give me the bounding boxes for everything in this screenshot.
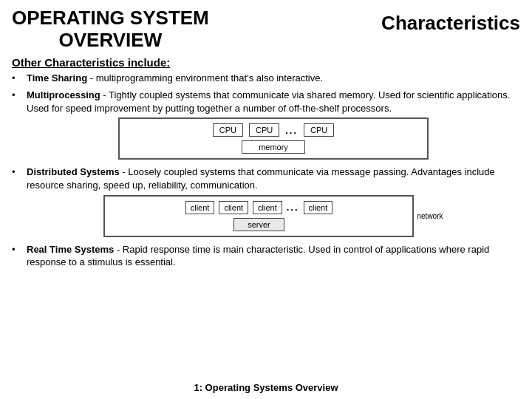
cpu-box-3: CPU	[304, 123, 334, 137]
cpu-box-2: CPU	[249, 123, 279, 137]
footer-label: 1: Operating Systems Overview	[194, 382, 338, 393]
memory-box: memory	[242, 140, 305, 154]
server-box: server	[233, 218, 284, 231]
bullet-icon: •	[12, 166, 22, 177]
list-item: • Multiprocessing - Tightly coupled syst…	[12, 89, 520, 161]
bullet-icon: •	[12, 72, 22, 83]
bullet-icon: •	[12, 89, 22, 100]
bullet-text-4: Real Time Systems - Rapid response time …	[27, 243, 520, 269]
distrib-diagram-wrapper: client client client ... client server n…	[103, 195, 443, 237]
header: OPERATING SYSTEM OVERVIEW Characteristic…	[12, 7, 520, 52]
term-3: Distributed Systems	[27, 166, 120, 177]
term-4: Real Time Systems	[27, 244, 114, 255]
cpu-row: CPU CPU ... CPU	[127, 123, 420, 137]
title-block: OPERATING SYSTEM OVERVIEW	[12, 7, 209, 52]
bullet-text-2: Multiprocessing - Tightly coupled system…	[27, 89, 510, 114]
bullet-text-1: Time Sharing - multiprogramming environm…	[27, 72, 520, 85]
list-item: • Real Time Systems - Rapid response tim…	[12, 243, 520, 269]
footer: 1: Operating Systems Overview	[12, 382, 520, 393]
bullet-icon: •	[12, 244, 22, 255]
bullet-section: • Time Sharing - multiprogramming enviro…	[12, 72, 520, 379]
dots-icon-distrib: ...	[287, 202, 299, 213]
memory-row: memory	[127, 140, 420, 154]
title-line1: OPERATING SYSTEM	[12, 7, 209, 30]
section-heading: Other Characteristics include:	[12, 56, 520, 69]
network-label: network	[417, 212, 443, 220]
list-item: • Time Sharing - multiprogramming enviro…	[12, 72, 520, 85]
distrib-diagram-box: client client client ... client server	[103, 195, 414, 237]
title-line2: OVERVIEW	[59, 30, 163, 52]
client-box-3: client	[253, 201, 282, 214]
multiproc-diagram-box: CPU CPU ... CPU memory	[118, 117, 429, 160]
server-row: server	[112, 218, 405, 231]
client-box-1: client	[185, 201, 215, 214]
dots-icon: ...	[285, 125, 298, 136]
client-box-2: client	[219, 201, 248, 214]
client-row: client client client ... client	[112, 201, 405, 214]
client-box-4: client	[304, 201, 333, 214]
term-1: Time Sharing	[27, 72, 87, 83]
distrib-diagram: client client client ... client server n…	[27, 195, 520, 237]
term-2: Multiprocessing	[27, 89, 100, 100]
cpu-box-1: CPU	[213, 123, 243, 137]
bullet-text-3: Distributed Systems - Loosely coupled sy…	[27, 166, 495, 191]
characteristics-label: Characteristics	[381, 7, 520, 35]
page: OPERATING SYSTEM OVERVIEW Characteristic…	[0, 0, 532, 399]
list-item: • Distributed Systems - Loosely coupled …	[12, 166, 520, 238]
multiproc-diagram: CPU CPU ... CPU memory	[27, 117, 520, 160]
